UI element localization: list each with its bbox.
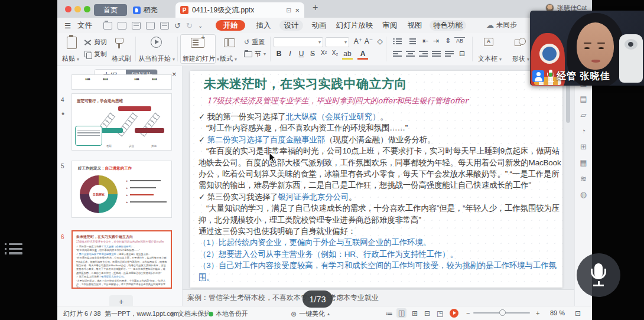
- right-panel-icon-8[interactable]: ◍: [580, 191, 587, 199]
- right-panel-icon-6[interactable]: ▦: [580, 159, 587, 167]
- align-left-icon[interactable]: [393, 51, 402, 58]
- slide-title[interactable]: 未来迷茫时，在实习实践中确立方向: [204, 76, 407, 92]
- copy-button[interactable]: 复制: [84, 50, 107, 58]
- close-window-icon[interactable]: [65, 6, 71, 12]
- slide-subtitle[interactable]: 17级技术经济及管理专业学生，毕业时拿到四大的offer和民生银行管培offer: [207, 96, 468, 106]
- view-presenter-icon[interactable]: ◳: [437, 309, 443, 318]
- play-from-current-button[interactable]: 从当前开始 ▾: [138, 54, 175, 63]
- menu-file[interactable]: 文件: [77, 20, 92, 31]
- align-center-icon[interactable]: [406, 51, 415, 58]
- superscript-button[interactable]: X²: [318, 50, 329, 56]
- view-sorter-icon[interactable]: ⊞: [412, 309, 418, 318]
- share-screen-icon[interactable]: ⊡: [286, 6, 291, 14]
- slide-thumbnail-5[interactable]: 好工作的定义：自己满意的工作 自我探索 ▸ ▸ ▸ ▸: [71, 161, 172, 218]
- save-icon[interactable]: [118, 22, 126, 30]
- font-color-button[interactable]: A: [357, 50, 368, 60]
- zoom-slider[interactable]: [473, 312, 530, 314]
- right-panel-icon-5[interactable]: ⊞: [580, 143, 587, 151]
- paste-button[interactable]: 粘贴 ▾: [62, 54, 79, 63]
- section-button[interactable]: 节 ▾: [244, 50, 266, 58]
- new-slide-button[interactable]: 新建幻灯片 ▾: [183, 54, 219, 63]
- right-panel-icon-4[interactable]: ◔: [581, 127, 586, 135]
- italic-button[interactable]: I: [285, 50, 295, 58]
- indent-decrease-icon[interactable]: ⇤: [420, 37, 431, 45]
- beautify-button[interactable]: ⊛ 一键美化 ▴: [291, 309, 330, 318]
- view-normal-icon[interactable]: ◫: [396, 308, 406, 318]
- underline-button[interactable]: U: [296, 50, 307, 58]
- menu-tab-review[interactable]: 审阅: [380, 20, 400, 31]
- format-painter-icon[interactable]: [115, 38, 123, 44]
- zoom-out-button[interactable]: −: [466, 309, 470, 316]
- char-spacing-icon[interactable]: AB: [454, 37, 465, 44]
- menu-tab-home[interactable]: 开始: [216, 20, 245, 31]
- zoom-slider-thumb[interactable]: [499, 309, 506, 316]
- font-family-select[interactable]: ▾: [274, 37, 323, 47]
- sync-status[interactable]: ☁ 未同步: [486, 21, 517, 30]
- reset-button[interactable]: ↺重置: [244, 38, 265, 47]
- local-backup[interactable]: 本地备份开: [209, 309, 248, 318]
- redo-icon[interactable]: ↻: [186, 20, 193, 31]
- fit-window-icon[interactable]: ⊡: [575, 309, 581, 318]
- undo-icon[interactable]: ↺: [174, 20, 181, 31]
- format-painter-button[interactable]: 格式刷: [112, 54, 131, 63]
- increase-font-icon[interactable]: A⁺: [353, 37, 363, 45]
- microphone-button[interactable]: [577, 253, 620, 297]
- global-menu-icon[interactable]: ☰: [64, 20, 71, 31]
- shapes-icon[interactable]: [515, 38, 525, 47]
- notes-bar[interactable]: 案例：管信学生考研本校，不喜欢本专业，不考虑本专业就业: [183, 289, 574, 306]
- right-panel-icon-7[interactable]: ≋: [580, 175, 587, 183]
- slide-thumbnail-3[interactable]: ““ ““ ““ ““: [71, 74, 172, 90]
- layout-icon[interactable]: [224, 38, 235, 47]
- shapes-button[interactable]: 形状 ▾: [512, 54, 529, 63]
- font-size-select[interactable]: ▾: [326, 37, 349, 47]
- clear-format-icon[interactable]: ◇: [375, 37, 385, 45]
- align-right-icon[interactable]: [419, 51, 428, 58]
- open-file-icon[interactable]: [103, 22, 112, 30]
- numbering-icon[interactable]: [407, 38, 416, 46]
- minimize-window-icon[interactable]: [74, 6, 81, 12]
- indent-increase-icon[interactable]: ⇥: [431, 37, 441, 45]
- layout-button[interactable]: 版式 ▾: [220, 54, 237, 63]
- slide-thumbnail-6-selected[interactable]: 未来迷茫时，在实习实践中确立方向 17级技术经济及管理专业学生，毕业时拿到四大的…: [71, 230, 172, 289]
- menu-tab-slideshow[interactable]: 幻灯片放映: [334, 20, 375, 31]
- zoom-in-button[interactable]: +: [536, 309, 539, 316]
- highlight-color-button[interactable]: ab: [342, 50, 353, 60]
- view-reading-icon[interactable]: ⊟: [424, 309, 430, 318]
- play-from-current-icon[interactable]: [151, 37, 162, 48]
- new-tab-button[interactable]: +: [313, 2, 318, 13]
- text-box-button[interactable]: 文本框 ▾: [478, 54, 502, 63]
- decrease-font-icon[interactable]: A⁻: [363, 37, 374, 45]
- play-slideshow-button[interactable]: [450, 309, 458, 318]
- slide-body-text[interactable]: ✓ 我的第一份实习选择了北大纵横（会展行业研究）。“对工作内容感兴趣，但不喜欢内…: [199, 111, 562, 283]
- line-spacing-icon[interactable]: ⇕: [443, 37, 453, 45]
- export-pdf-icon[interactable]: [132, 22, 141, 30]
- document-protection[interactable]: ⊗ 文档未保护: [170, 309, 210, 318]
- tab-document[interactable]: P 0411-19级交流.pptx ⊡ ×: [175, 2, 304, 18]
- menu-tab-view[interactable]: 视图: [405, 20, 425, 31]
- align-justify-icon[interactable]: [432, 51, 441, 58]
- paste-icon[interactable]: [67, 37, 77, 49]
- tab-home[interactable]: 首页: [94, 4, 127, 16]
- close-tab-icon[interactable]: ×: [295, 6, 300, 15]
- template-brand[interactable]: 第一PPT，www.1ppt.com: [105, 309, 179, 318]
- menu-tab-insert[interactable]: 插入: [253, 20, 274, 31]
- strikethrough-button[interactable]: S: [307, 50, 318, 58]
- print-preview-icon[interactable]: [160, 22, 169, 30]
- right-panel-icon-2[interactable]: ▤: [580, 95, 587, 103]
- tab-docer[interactable]: 稻壳: [133, 4, 158, 16]
- columns-icon[interactable]: ⊟: [457, 50, 467, 58]
- slide-editor[interactable]: 未来迷茫时，在实习实践中确立方向 17级技术经济及管理专业学生，毕业时拿到四大的…: [190, 71, 562, 288]
- annotation-list-icon[interactable]: [5, 243, 22, 257]
- new-slide-icon[interactable]: [191, 38, 204, 48]
- webcam-video[interactable]: 经管 张晓佳: [530, 11, 644, 86]
- zoom-level[interactable]: 89 %: [550, 309, 565, 316]
- more-commands-icon[interactable]: ⌄: [198, 20, 203, 31]
- text-box-icon[interactable]: A: [484, 38, 493, 46]
- menu-tab-animation[interactable]: 动画: [309, 20, 329, 31]
- zoom-window-icon[interactable]: [84, 6, 90, 12]
- bold-button[interactable]: B: [274, 50, 284, 58]
- right-panel-icon-3[interactable]: ▱: [581, 111, 587, 119]
- slide-thumbnail-4[interactable]: 迷茫可暂行，学会逆向思维 考研 就业 其他: [71, 93, 172, 151]
- menu-tab-special[interactable]: 特色功能: [430, 20, 466, 31]
- cut-button[interactable]: 剪切: [84, 38, 107, 47]
